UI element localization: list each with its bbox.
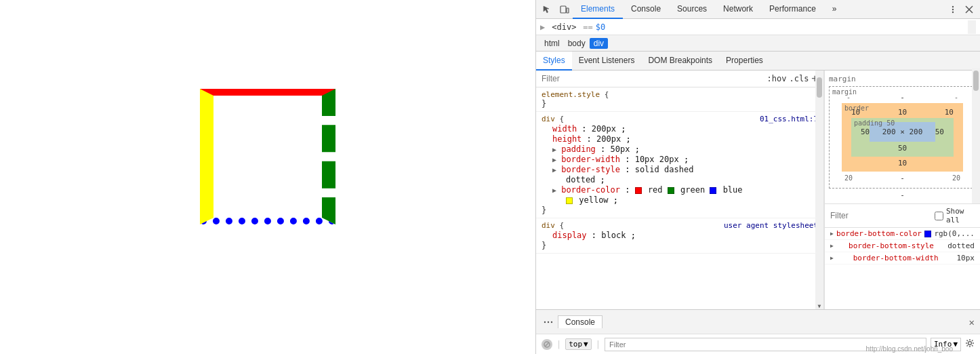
kebab-menu-icon[interactable]	[945, 1, 961, 18]
color-swatch-red[interactable]	[635, 187, 642, 194]
devtools-main: :hov .cls + element.style { } div { 01_c…	[536, 71, 980, 309]
browser-preview	[0, 0, 535, 354]
svg-line-11	[545, 342, 549, 347]
rule-line-padding: ▶ padding : 50px ;	[552, 144, 818, 154]
computed-val-2: dotted	[947, 241, 975, 250]
cursor-icon[interactable]	[539, 1, 555, 18]
expand-tri-2[interactable]: ▶	[830, 243, 834, 249]
margin-box-label: margin	[832, 88, 857, 96]
console-tab[interactable]: Console	[558, 315, 603, 328]
box-model-section: margin - margin - - - border	[825, 71, 980, 204]
rule-line-width: width : 200px ;	[552, 124, 818, 134]
filter-bar: :hov .cls +	[536, 71, 823, 87]
padding-box: padding 50 50 200 × 200 50 50	[851, 118, 954, 157]
computed-prop-3[interactable]: border-bottom-width	[853, 254, 939, 262]
svg-point-4	[952, 11, 954, 12]
console-close-btn[interactable]: ✕	[969, 317, 975, 328]
cls-pseudo-btn[interactable]: .cls	[789, 74, 809, 83]
show-all-checkbox[interactable]	[935, 212, 943, 220]
devtools-tabs: Elements Console Sources Network Perform…	[573, 0, 945, 19]
padding-bottom-val: 50	[898, 144, 907, 153]
expand-tri-1[interactable]: ▶	[830, 231, 834, 237]
breadcrumb-div-element: <div>	[548, 21, 580, 33]
margin-box: margin - - - border 10	[829, 86, 976, 189]
computed-prop-2[interactable]: border-bottom-style	[849, 241, 934, 250]
console-stop-btn[interactable]	[542, 339, 552, 350]
breadcrumb-arrow: ▶	[540, 22, 545, 32]
url-hint: http://blog.csdn.net/john_boo	[866, 345, 953, 353]
console-top-selector[interactable]: top ▼	[565, 338, 592, 350]
tab-dom-breakpoints[interactable]: DOM Breakpoints	[641, 52, 719, 71]
tab-network[interactable]: Network	[715, 0, 761, 19]
preview-element	[200, 89, 335, 224]
border-box: border 10 10 10 padding 50 5	[842, 103, 963, 172]
color-swatch-yellow[interactable]	[566, 197, 573, 204]
close-icon[interactable]	[961, 1, 977, 18]
margin-bottom-right: 20	[950, 174, 963, 182]
color-swatch-green[interactable]	[668, 187, 674, 194]
color-swatch-blue[interactable]	[710, 187, 716, 194]
breadcrumb-dollar: $0	[596, 22, 605, 32]
computed-panel: margin - margin - - - border	[824, 71, 980, 309]
expand-tri-3[interactable]: ▶	[830, 255, 834, 261]
computed-item-border-bottom-width: ▶ border-bottom-width 10px	[825, 252, 980, 264]
margin-right-val: -	[950, 94, 963, 101]
right-scrollbar-thumb[interactable]	[973, 71, 979, 91]
bc-div[interactable]: div	[590, 38, 608, 49]
element-tabs: Styles Event Listeners DOM Breakpoints P…	[536, 52, 980, 71]
svg-rect-1	[567, 8, 569, 13]
element-breadcrumb-nav: html body div	[536, 35, 980, 52]
computed-color-swatch-1[interactable]	[924, 231, 931, 237]
ua-source: user agent stylesheet	[724, 221, 818, 230]
scroll-down-arrow[interactable]: ▼	[818, 303, 821, 309]
tab-performance[interactable]: Performance	[761, 0, 824, 19]
device-toggle-icon[interactable]	[556, 1, 573, 18]
margin-bottom-area: -	[900, 191, 905, 199]
breadcrumb-scrollbar[interactable]	[968, 20, 976, 34]
styles-panel: :hov .cls + element.style { } div { 01_c…	[536, 71, 824, 309]
show-all-label: Show all	[946, 207, 975, 224]
devtools-toolbar: Elements Console Sources Network Perform…	[536, 0, 980, 19]
computed-filter-input[interactable]	[830, 211, 932, 220]
console-gear-icon[interactable]	[965, 338, 975, 350]
border-color-expand-arrow[interactable]: ▶	[552, 186, 556, 194]
computed-val-3: 10px	[956, 254, 975, 262]
computed-prop-1[interactable]: border-bottom-color	[836, 229, 922, 238]
element-selector: element.style	[542, 90, 600, 99]
padding-left-val: 50	[861, 127, 870, 136]
svg-point-8	[548, 321, 549, 322]
svg-point-2	[952, 5, 954, 7]
rule-line-border-style: ▶ border-style : solid dashed	[552, 165, 818, 174]
tab-styles[interactable]: Styles	[536, 52, 572, 71]
rule-line-border-width: ▶ border-width : 10px 20px ;	[552, 155, 818, 164]
margin-top-val: -	[900, 93, 905, 102]
breadcrumb: ▶ <div> == $0	[536, 19, 980, 35]
right-panel-scrollbar[interactable]	[972, 71, 980, 203]
svg-point-9	[551, 321, 552, 322]
padding-expand-arrow[interactable]: ▶	[552, 146, 556, 153]
computed-filter-bar: Show all	[825, 204, 980, 228]
style-rule-ua: div { user agent stylesheet display : bl…	[536, 218, 823, 254]
margin-bottom-val: -	[900, 174, 905, 182]
tab-event-listeners[interactable]: Event Listeners	[572, 52, 642, 71]
tab-more[interactable]: »	[824, 0, 845, 19]
rule-line-border-color-2: yellow ;	[566, 195, 818, 205]
styles-scrollbar[interactable]: ▼	[815, 71, 823, 309]
console-separator: |	[556, 340, 561, 349]
tab-console[interactable]: Console	[623, 0, 669, 19]
console-dots-btn[interactable]	[542, 315, 555, 329]
tab-properties[interactable]: Properties	[719, 52, 770, 71]
padding-box-label: padding 50	[854, 119, 895, 127]
bc-html[interactable]: html	[540, 38, 564, 49]
rule-source[interactable]: 01_css.html:7	[760, 115, 818, 123]
rule-line-display: display : block ;	[552, 231, 818, 240]
bc-body[interactable]: body	[564, 38, 590, 49]
tab-elements[interactable]: Elements	[573, 0, 623, 19]
styles-scrollbar-thumb[interactable]	[817, 77, 822, 98]
hover-pseudo-btn[interactable]: :hov	[767, 74, 787, 83]
tab-sources[interactable]: Sources	[669, 0, 715, 19]
div-selector: div	[542, 115, 555, 123]
filter-input[interactable]	[542, 74, 764, 83]
border-style-expand-arrow[interactable]: ▶	[552, 166, 556, 174]
border-width-expand-arrow[interactable]: ▶	[552, 156, 556, 163]
